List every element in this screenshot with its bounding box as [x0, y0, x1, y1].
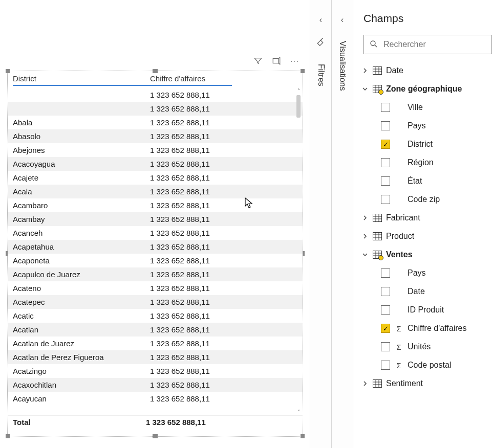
table-visual[interactable]: District Chiffre d'affaires ˄ ˅ 1 323 65… — [7, 71, 303, 437]
field-row[interactable]: Date — [381, 282, 488, 301]
svg-rect-2 — [373, 67, 382, 75]
table-row[interactable]: Acambaro1 323 652 888,11 — [8, 198, 303, 212]
cell-revenue: 1 323 652 888,11 — [150, 146, 227, 154]
table-row[interactable]: Acaxochitlan1 323 652 888,11 — [8, 378, 303, 392]
table-row[interactable]: Acatzingo1 323 652 888,11 — [8, 364, 303, 378]
fields-search-box[interactable] — [363, 35, 492, 54]
svg-rect-12 — [373, 214, 382, 222]
svg-rect-17 — [373, 233, 382, 240]
resize-handle[interactable] — [301, 69, 305, 73]
table-row[interactable]: Acajete1 323 652 888,11 — [8, 171, 303, 185]
expand-viz-chevron-icon[interactable]: ‹ — [341, 15, 344, 25]
resize-handle[interactable] — [153, 434, 158, 438]
field-row[interactable]: Ville — [381, 98, 488, 117]
more-options-icon[interactable]: ··· — [290, 56, 300, 65]
table-row[interactable]: Acatepec1 323 652 888,11 — [8, 295, 303, 309]
fields-pane: Champs DateZone géographiqueVillePays✓Di… — [353, 0, 492, 448]
chevron-right-icon[interactable] — [361, 66, 369, 75]
column-header-district[interactable]: District — [13, 74, 150, 83]
field-label: District — [408, 140, 488, 149]
table-row[interactable]: Abasolo1 323 652 888,11 — [8, 129, 303, 143]
table-node[interactable]: Product — [361, 227, 488, 245]
resize-handle[interactable] — [6, 69, 10, 73]
scroll-thumb[interactable] — [296, 95, 301, 118]
field-checkbox[interactable]: ✓ — [381, 140, 390, 149]
field-checkbox[interactable] — [381, 361, 390, 370]
field-checkbox[interactable] — [381, 121, 390, 130]
scroll-down-icon[interactable]: ˅ — [295, 409, 302, 415]
table-row[interactable]: Abala1 323 652 888,11 — [8, 116, 303, 129]
total-label: Total — [13, 418, 146, 427]
field-row[interactable]: ΣCode postal — [381, 356, 488, 374]
cell-district: Abala — [13, 118, 150, 127]
table-row[interactable]: Acala1 323 652 888,11 — [8, 185, 303, 198]
table-node[interactable]: Zone géographique — [361, 80, 488, 98]
chevron-right-icon[interactable] — [361, 232, 369, 241]
field-row[interactable]: ID Produit — [381, 301, 488, 319]
cell-revenue: 1 323 652 888,11 — [150, 91, 227, 99]
field-row[interactable]: Pays — [381, 117, 488, 135]
field-checkbox[interactable] — [381, 176, 390, 186]
table-row[interactable]: 1 323 652 888,11 — [8, 88, 303, 102]
field-label: État — [408, 176, 488, 186]
cell-district: Acala — [13, 187, 150, 196]
table-row[interactable]: Acambay1 323 652 888,11 — [8, 212, 303, 226]
field-row[interactable]: Pays — [381, 264, 488, 282]
table-node[interactable]: Sentiment — [361, 374, 488, 393]
table-row[interactable]: Acatlan1 323 652 888,11 — [8, 323, 303, 337]
cell-district: Acambaro — [13, 201, 150, 210]
expand-filters-chevron-icon[interactable]: ‹ — [319, 15, 322, 25]
filters-pane-collapsed[interactable]: ‹ Filtres — [310, 0, 331, 448]
field-row[interactable]: État — [381, 172, 488, 190]
table-node[interactable]: Date — [361, 61, 488, 80]
filter-icon[interactable] — [253, 56, 263, 65]
field-checkbox[interactable] — [381, 103, 390, 112]
resize-handle[interactable] — [301, 434, 305, 438]
table-row[interactable]: Acatic1 323 652 888,11 — [8, 309, 303, 323]
field-row[interactable]: ✓ΣChiffre d'affaires — [381, 319, 488, 338]
field-row[interactable]: Région — [381, 153, 488, 172]
search-input[interactable] — [383, 40, 486, 49]
table-row[interactable]: Acapetahua1 323 652 888,11 — [8, 240, 303, 254]
table-node[interactable]: Ventes — [361, 245, 488, 264]
table-row[interactable]: Acaponeta1 323 652 888,11 — [8, 254, 303, 267]
table-row[interactable]: Acacoyagua1 323 652 888,11 — [8, 157, 303, 171]
table-icon — [373, 251, 382, 259]
table-row[interactable]: Abejones1 323 652 888,11 — [8, 143, 303, 157]
chevron-down-icon[interactable] — [361, 84, 369, 94]
field-checkbox[interactable] — [381, 195, 390, 204]
table-row[interactable]: Acateno1 323 652 888,11 — [8, 281, 303, 295]
scroll-up-icon[interactable]: ˄ — [295, 88, 302, 94]
table-row[interactable]: Acanceh1 323 652 888,11 — [8, 226, 303, 240]
chevron-right-icon[interactable] — [361, 213, 369, 222]
field-checkbox[interactable] — [381, 342, 390, 351]
field-row[interactable]: ΣUnités — [381, 338, 488, 356]
table-row[interactable]: Acayucan1 323 652 888,11 — [8, 392, 303, 406]
cell-district: Acayucan — [13, 394, 150, 403]
fields-pane-title: Champs — [353, 12, 492, 35]
field-checkbox[interactable] — [381, 287, 390, 296]
table-scrollbar[interactable]: ˄ ˅ — [295, 88, 302, 415]
field-checkbox[interactable] — [381, 158, 390, 167]
table-row[interactable]: Acatlan de Juarez1 323 652 888,11 — [8, 337, 303, 350]
table-row[interactable]: Acapulco de Juarez1 323 652 888,11 — [8, 267, 303, 281]
field-row[interactable]: Code zip — [381, 190, 488, 209]
table-row[interactable]: Acatlan de Perez Figueroa1 323 652 888,1… — [8, 350, 303, 364]
resize-handle[interactable] — [153, 69, 158, 73]
resize-handle[interactable] — [6, 434, 10, 438]
visualizations-pane-collapsed[interactable]: ‹ Visualisations — [331, 0, 353, 448]
field-row[interactable]: ✓District — [381, 135, 488, 153]
cell-district: Abejones — [13, 146, 150, 154]
chevron-right-icon[interactable] — [361, 379, 369, 388]
table-row[interactable]: 1 323 652 888,11 — [8, 102, 303, 116]
column-header-revenue[interactable]: Chiffre d'affaires — [150, 74, 227, 83]
focus-mode-icon[interactable] — [272, 56, 281, 65]
eraser-icon[interactable] — [316, 37, 326, 48]
field-checkbox[interactable] — [381, 305, 390, 315]
report-canvas[interactable]: ··· District Chiffre d'affaires ˄ ˅ 1 32… — [0, 0, 310, 448]
field-checkbox[interactable] — [381, 268, 390, 278]
field-checkbox[interactable]: ✓ — [381, 324, 390, 333]
table-node[interactable]: Fabricant — [361, 209, 488, 227]
chevron-down-icon[interactable] — [361, 250, 369, 259]
table-header-row: District Chiffre d'affaires — [8, 71, 303, 85]
